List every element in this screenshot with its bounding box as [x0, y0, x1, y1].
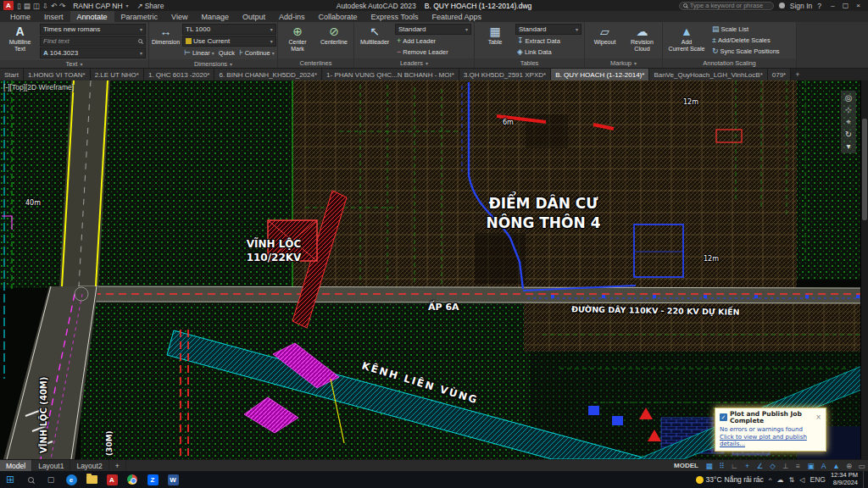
- orbit-icon[interactable]: ↻: [845, 130, 852, 139]
- markup-panel-label[interactable]: Markup ▾: [585, 58, 662, 68]
- scale-list-button[interactable]: ▤ Scale List: [710, 24, 793, 34]
- extract-data-button[interactable]: ↧ Extract Data: [515, 36, 581, 46]
- multileader-style-select[interactable]: Standard ▾: [395, 24, 471, 35]
- autoscale-icon[interactable]: ▲: [830, 460, 843, 471]
- new-layout-button[interactable]: +: [109, 460, 126, 471]
- dimension-button[interactable]: ↔ Dimension: [152, 24, 180, 58]
- share-button[interactable]: ↗ Share: [137, 2, 164, 10]
- network-icon[interactable]: ⇅: [789, 476, 795, 484]
- tab-layout1[interactable]: Layout1: [32, 460, 70, 471]
- tab-parametric[interactable]: Parametric: [114, 11, 165, 22]
- help-search-input[interactable]: [690, 2, 772, 9]
- plot-icon[interactable]: ⇩: [42, 2, 48, 10]
- onedrive-icon[interactable]: ☁: [777, 476, 784, 484]
- redo-icon[interactable]: ↷: [59, 2, 65, 10]
- tab-collaborate[interactable]: Collaborate: [312, 11, 364, 22]
- osnap-tracking-icon[interactable]: ⊥: [779, 460, 792, 471]
- sign-in-button[interactable]: Sign In: [790, 2, 812, 10]
- dim-style-select[interactable]: TL 1000 ▾: [182, 24, 276, 35]
- snap-icon[interactable]: ⠿: [715, 460, 728, 471]
- weather-widget[interactable]: 33°C Nắng rải rác: [696, 475, 764, 484]
- osnap-icon[interactable]: ◇: [766, 460, 779, 471]
- ortho-icon[interactable]: ∟: [728, 460, 741, 471]
- quick-dimension-button[interactable]: Quick: [217, 47, 236, 58]
- qat-doc-name[interactable]: RANH CAP NH: [73, 2, 122, 10]
- tab-insert[interactable]: Insert: [37, 11, 70, 22]
- table-button[interactable]: ▦ Table: [477, 24, 513, 57]
- selection-cycling-icon[interactable]: ⊕: [843, 460, 855, 471]
- grid-icon[interactable]: ▦: [703, 460, 715, 471]
- close-button[interactable]: ×: [852, 2, 865, 9]
- tab-output[interactable]: Output: [236, 11, 272, 22]
- linear-dimension-button[interactable]: ⊢ Linear ▾: [182, 47, 216, 58]
- file-tab-active[interactable]: B. QUY HOACH (1-12-2014)*: [551, 69, 649, 80]
- file-tab-start[interactable]: Start: [0, 69, 24, 80]
- sync-scale-positions-button[interactable]: ↻ Sync Scale Positions: [710, 46, 793, 56]
- autocad-taskbar-icon[interactable]: A: [102, 471, 122, 488]
- new-file-icon[interactable]: ▯: [17, 2, 21, 10]
- dynamic-input-icon[interactable]: +: [741, 460, 754, 471]
- navigation-bar[interactable]: ◎ ⊹ ⌖ ↻ ▾: [841, 91, 856, 153]
- add-current-scale-button[interactable]: ▲ Add Current Scale: [665, 24, 708, 57]
- lineweight-icon[interactable]: ≡: [792, 460, 804, 471]
- tab-express-tools[interactable]: Express Tools: [364, 11, 426, 22]
- text-height-field[interactable]: A 104.3023 ▾: [40, 47, 146, 58]
- volume-icon[interactable]: ◁: [799, 476, 804, 484]
- file-tab-5[interactable]: 1- PHAN VUNG QHC...N BCHANH - MOI*: [322, 69, 459, 80]
- maximize-button[interactable]: ▢: [839, 2, 852, 9]
- drawing-area[interactable]: [-][Top][2D Wireframe] ĐIỂM DÂN CƯ NÔNG …: [0, 80, 868, 459]
- tab-layout2[interactable]: Layout2: [70, 460, 108, 471]
- leaders-panel-label[interactable]: Leaders ▾: [354, 58, 474, 68]
- notification-close-button[interactable]: ×: [815, 413, 821, 421]
- task-view-icon[interactable]: ▢: [41, 471, 61, 488]
- minimize-button[interactable]: –: [826, 2, 839, 9]
- taskbar-search-icon[interactable]: [20, 471, 41, 488]
- multiline-text-button[interactable]: A Multiline Text: [3, 24, 37, 58]
- show-desktop-button[interactable]: [863, 471, 865, 488]
- clean-screen-icon[interactable]: ▭: [855, 460, 868, 471]
- add-leader-button[interactable]: + Add Leader: [395, 36, 471, 46]
- new-drawing-button[interactable]: +: [791, 69, 804, 80]
- annotation-visibility-icon[interactable]: A: [817, 460, 830, 471]
- tab-view[interactable]: View: [164, 11, 194, 22]
- revision-cloud-button[interactable]: ☁ Revision Cloud: [625, 24, 659, 57]
- clock[interactable]: 12:34 PM 8/9/2024: [831, 472, 858, 486]
- add-delete-scales-button[interactable]: ± Add/Delete Scales: [710, 35, 793, 45]
- file-tab-6[interactable]: 3.QH KH5DD_2591 XPXD*: [459, 69, 551, 80]
- remove-leader-button[interactable]: − Remove Leader: [395, 47, 471, 57]
- edge-icon[interactable]: e: [61, 471, 81, 488]
- word-icon[interactable]: W: [163, 471, 183, 488]
- viewport-controls[interactable]: [-][Top][2D Wireframe]: [3, 83, 74, 92]
- continue-dimension-button[interactable]: ⊦ Continue ▾: [237, 47, 276, 58]
- zalo-icon[interactable]: Z: [142, 471, 163, 488]
- model-space-toggle[interactable]: MODEL: [670, 460, 703, 471]
- file-tab-8[interactable]: BanVe_QuyHoach_LGH_VinhLocB*: [649, 69, 767, 80]
- polar-tracking-icon[interactable]: ∠: [754, 460, 766, 471]
- open-file-icon[interactable]: ▤: [24, 2, 31, 10]
- save-icon[interactable]: ◫: [33, 2, 40, 10]
- file-explorer-icon[interactable]: [81, 471, 102, 488]
- user-avatar-icon[interactable]: [779, 3, 785, 8]
- tab-addins[interactable]: Add-ins: [272, 11, 312, 22]
- vertical-scrollbar[interactable]: [860, 80, 868, 459]
- pan-icon[interactable]: ⊹: [845, 105, 852, 114]
- file-tab-4[interactable]: 6. BINH CHANH_KH5DD_2024*: [214, 69, 322, 80]
- wipeout-button[interactable]: ▱ Wipeout: [587, 24, 622, 57]
- autocad-logo[interactable]: A: [3, 1, 14, 10]
- chevron-down-icon[interactable]: ▾: [126, 3, 129, 8]
- link-data-button[interactable]: ◈ Link Data: [515, 47, 581, 57]
- help-search-box[interactable]: [679, 2, 774, 10]
- steering-wheel-icon[interactable]: ◎: [845, 93, 853, 103]
- undo-icon[interactable]: ↶: [51, 2, 57, 10]
- tab-manage[interactable]: Manage: [194, 11, 236, 22]
- font-select[interactable]: Times new romans ▾: [40, 24, 146, 35]
- tab-home[interactable]: Home: [3, 11, 37, 22]
- tab-annotate[interactable]: Annotate: [70, 11, 114, 22]
- zoom-icon[interactable]: ⌖: [846, 117, 851, 127]
- scrollbar-thumb[interactable]: [862, 119, 867, 220]
- transparency-icon[interactable]: ▣: [804, 460, 817, 471]
- help-icon[interactable]: ?: [817, 2, 821, 10]
- text-panel-label[interactable]: Text ▾: [0, 60, 148, 68]
- table-style-select[interactable]: Standard ▾: [515, 24, 581, 35]
- dimensions-panel-label[interactable]: Dimensions ▾: [149, 59, 277, 68]
